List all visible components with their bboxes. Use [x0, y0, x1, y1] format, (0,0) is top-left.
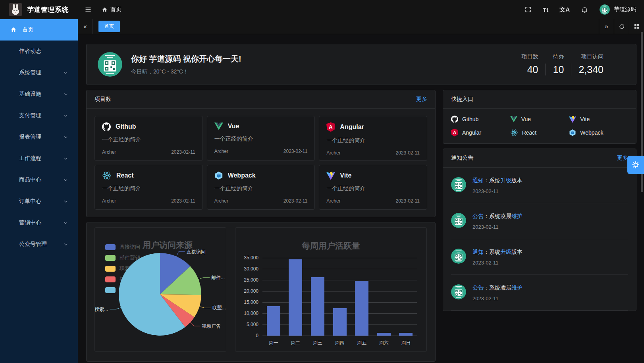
notice-date: 2023-02-11: [472, 224, 523, 230]
sidebar-item-workflow[interactable]: 工作流程: [0, 148, 78, 169]
sidebar-item-official-account[interactable]: 公众号管理: [0, 234, 78, 255]
bar-y-tick-label: 5,000: [247, 322, 258, 327]
bar-y-tick-label: 20,000: [244, 288, 258, 294]
bar-gridline: [262, 336, 417, 336]
project-card-vite[interactable]: Vite 一个正经的简介 Archer2023-02-11: [319, 165, 427, 210]
project-card-vue[interactable]: Vue 一个正经的简介 Archer2023-02-11: [207, 116, 315, 161]
bar-category-label: 周一: [262, 340, 285, 346]
project-date: 2023-02-11: [171, 149, 195, 155]
refresh-icon[interactable]: [614, 19, 629, 34]
pie-chart-card: 用户访问来源 直接访问 邮件营销 联盟广告 视频广告 搜索引擎 直接访问邮件..…: [94, 227, 226, 352]
sidebar-item-payment[interactable]: 支付管理: [0, 105, 78, 126]
quick-link-vite[interactable]: Vite: [569, 116, 628, 123]
app-logo-area[interactable]: 芋道管理系统: [0, 3, 78, 16]
tabs-scroll-right-icon[interactable]: »: [599, 19, 614, 34]
bar-y-tick-label: 25,000: [244, 277, 258, 283]
sidebar-item-author-news[interactable]: 作者动态: [0, 41, 78, 62]
settings-gear-button[interactable]: [627, 156, 644, 174]
pie-label: 邮件...: [211, 275, 225, 280]
notice-date: 2023-02-11: [472, 188, 523, 194]
pie-label: 直接访问: [187, 249, 206, 255]
sidebar-collapse-icon[interactable]: [84, 6, 92, 14]
sidebar-item-infra[interactable]: 基础设施: [0, 83, 78, 105]
bar: [311, 277, 324, 336]
sidebar-item-system[interactable]: 系统管理: [0, 62, 78, 83]
bar-y-tick-label: 15,000: [244, 299, 258, 305]
project-date: 2023-02-11: [171, 198, 195, 204]
tabs-scroll-left-icon[interactable]: «: [78, 19, 93, 34]
sidebar-item-order[interactable]: 订单中心: [0, 191, 78, 212]
pie-label-line: [190, 322, 201, 326]
project-author: Archer: [214, 198, 228, 204]
chevron-down-icon: [63, 220, 68, 226]
user-name: 芋道源码: [614, 6, 636, 13]
home-icon: [10, 27, 17, 33]
vue-icon: [510, 116, 517, 122]
bar-y-tick-label: 10,000: [244, 311, 258, 316]
pie-chart: 直接访问邮件...联盟...视频广告搜索...: [95, 228, 227, 351]
user-menu[interactable]: 芋道源码: [600, 4, 636, 15]
app-logo: [9, 3, 22, 16]
github-icon: [102, 122, 111, 131]
quick-entry-panel: 快捷入口 Github Vue Vite Angular React Webpa…: [443, 90, 636, 144]
sidebar-item-report[interactable]: 报表管理: [0, 126, 78, 148]
font-size-icon[interactable]: Tt: [543, 6, 548, 13]
bar: [377, 333, 391, 336]
quick-link-github[interactable]: Github: [451, 116, 510, 123]
notice-more-link[interactable]: 更多: [617, 154, 628, 162]
fullscreen-icon[interactable]: [524, 6, 532, 13]
quick-link-vue[interactable]: Vue: [510, 116, 569, 123]
project-card-webpack[interactable]: Webpack 一个正经的简介 Archer2023-02-11: [207, 165, 315, 210]
bar-y-tick-label: 35,000: [244, 255, 258, 261]
chevron-down-icon: [63, 199, 68, 204]
project-date: 2023-02-11: [283, 149, 308, 154]
breadcrumb[interactable]: 首页: [102, 6, 121, 13]
bar: [399, 333, 413, 336]
bar: [267, 306, 280, 336]
angular-icon: [326, 122, 335, 132]
tab-home[interactable]: 首页: [98, 21, 120, 32]
stat-visits: 项目访问 2,340: [571, 53, 611, 75]
bar-category-label: 周六: [373, 340, 395, 346]
quick-link-react[interactable]: React: [510, 129, 569, 137]
project-date: 2023-02-11: [395, 198, 420, 204]
project-card-react[interactable]: React 一个正经的简介 Archer2023-02-11: [94, 165, 203, 210]
projects-more-link[interactable]: 更多: [416, 96, 427, 103]
sidebar-item-product[interactable]: 商品中心: [0, 169, 78, 191]
vue-icon: [214, 122, 223, 130]
notification-bell-icon[interactable]: [581, 6, 588, 14]
welcome-weather: 今日晴，20°C - 32°C！: [131, 68, 241, 75]
notice-item[interactable]: 公告：系统凌晨维护 2023-02-11: [451, 275, 628, 311]
bar-chart-title: 每周用户活跃量: [235, 240, 426, 251]
chevron-down-icon: [63, 178, 68, 183]
navbar-right-tools: Tt 文A 芋道源码: [524, 4, 644, 15]
quick-link-webpack[interactable]: Webpack: [569, 129, 628, 137]
project-card-angular[interactable]: Angular 一个正经的简介 Archer2023-02-11: [319, 116, 427, 161]
project-card-github[interactable]: Github 一个正经的简介 Archer2023-02-11: [94, 116, 203, 161]
notice-avatar: [451, 249, 466, 264]
stat-todo: 待办 10: [546, 53, 571, 75]
top-navbar: 芋道管理系统 首页 Tt 文A 芋道源码: [0, 0, 644, 19]
pie-label-line: [199, 278, 210, 280]
bar-category-label: 周四: [329, 340, 351, 346]
notice-item[interactable]: 公告：系统凌晨维护 2023-02-11: [451, 203, 628, 239]
sidebar-item-home[interactable]: 首页: [0, 19, 78, 41]
chevron-down-icon: [63, 135, 68, 140]
notice-item[interactable]: 通知：系统升级版本 2023-02-11: [451, 168, 628, 203]
chevron-down-icon: [63, 156, 68, 161]
notice-list: 通知：系统升级版本 2023-02-11 公告：系统凌晨维护 2023-02-1…: [443, 168, 636, 311]
chevron-down-icon: [63, 242, 68, 247]
chevron-down-icon: [63, 70, 68, 75]
project-author: Archer: [214, 149, 228, 154]
notice-item[interactable]: 通知：系统升级版本 2023-02-11: [451, 239, 628, 275]
bar-y-tick-label: 0: [256, 333, 258, 338]
sidebar-item-marketing[interactable]: 营销中心: [0, 212, 78, 234]
breadcrumb-item-home[interactable]: 首页: [110, 6, 121, 13]
notice-panel: 通知公告 更多 通知：系统升级版本 2023-02-11 公告：: [443, 149, 636, 311]
project-author: Archer: [102, 149, 116, 155]
vite-icon: [569, 116, 576, 123]
language-icon[interactable]: 文A: [559, 6, 570, 14]
webpack-icon: [214, 171, 223, 180]
notice-panel-title: 通知公告: [451, 154, 473, 162]
quick-link-angular[interactable]: Angular: [451, 129, 510, 137]
